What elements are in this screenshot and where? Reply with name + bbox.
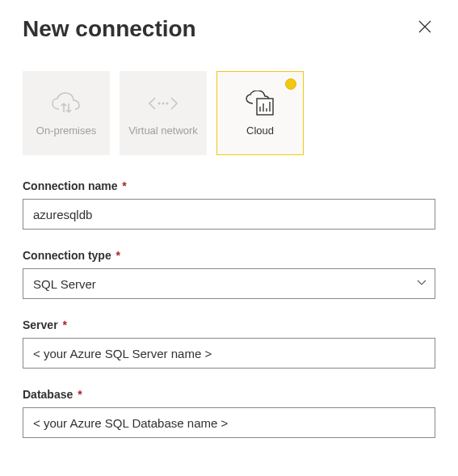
tile-label: Cloud <box>246 124 274 138</box>
svg-point-2 <box>158 102 161 104</box>
tile-cloud[interactable]: Cloud <box>216 71 304 155</box>
svg-point-4 <box>166 102 169 104</box>
label-text: Server <box>23 318 58 331</box>
cloud-report-icon <box>244 89 276 118</box>
connection-name-input[interactable] <box>23 199 435 230</box>
required-marker: * <box>62 318 66 331</box>
field-label: Connection name * <box>23 179 435 192</box>
field-connection-type: Connection type * SQL Server <box>23 249 435 299</box>
required-marker: * <box>122 179 126 192</box>
select-value: SQL Server <box>23 268 435 299</box>
required-marker: * <box>78 388 82 401</box>
server-input[interactable] <box>23 338 435 369</box>
tile-on-premises[interactable]: On-premises <box>23 71 110 155</box>
dialog-title: New connection <box>23 16 196 42</box>
tile-label: On-premises <box>36 124 96 138</box>
label-text: Connection type <box>23 249 111 262</box>
label-text: Database <box>23 388 73 401</box>
close-button[interactable] <box>414 16 435 37</box>
database-input[interactable] <box>23 407 435 438</box>
field-label: Database * <box>23 388 435 401</box>
field-database: Database * <box>23 388 435 438</box>
svg-rect-5 <box>257 99 273 115</box>
cloud-sync-icon <box>50 89 82 118</box>
label-text: Connection name <box>23 179 117 192</box>
connection-kind-tiles: On-premises Virtual network <box>23 71 435 155</box>
tile-label: Virtual network <box>128 124 198 138</box>
field-label: Server * <box>23 318 435 331</box>
selected-indicator-icon <box>285 78 296 90</box>
field-server: Server * <box>23 318 435 369</box>
tile-virtual-network[interactable]: Virtual network <box>120 71 207 155</box>
svg-point-3 <box>162 102 165 104</box>
virtual-network-icon <box>147 89 179 118</box>
dialog-header: New connection <box>23 16 435 42</box>
connection-type-select[interactable]: SQL Server <box>23 268 435 299</box>
field-label: Connection type * <box>23 249 435 262</box>
required-marker: * <box>116 249 120 262</box>
close-icon <box>418 19 432 34</box>
field-connection-name: Connection name * <box>23 179 435 230</box>
